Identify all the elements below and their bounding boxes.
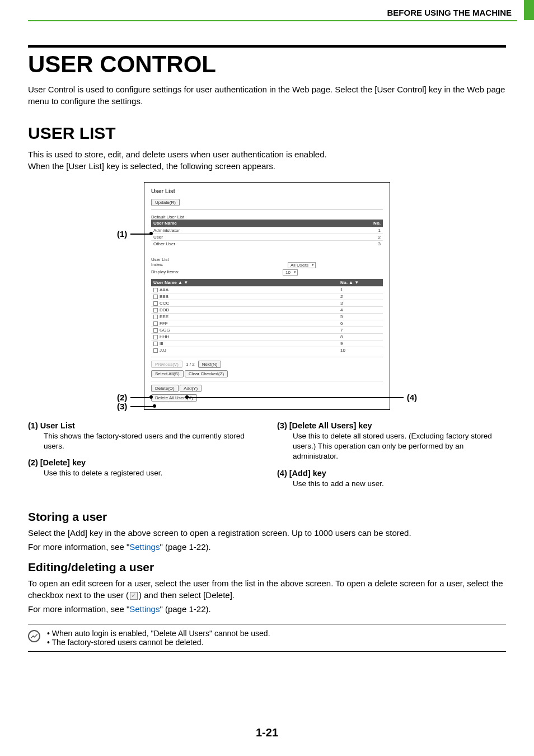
connector-1 xyxy=(130,234,151,235)
next-button[interactable]: Next(N) xyxy=(198,361,222,368)
user-list-label: User List xyxy=(151,257,383,262)
table-row[interactable]: AAA1 xyxy=(151,287,383,293)
col-username: User Name xyxy=(151,220,360,227)
connector-dot-1 xyxy=(149,232,153,235)
table-row[interactable]: BBB2 xyxy=(151,293,383,300)
row-checkbox[interactable] xyxy=(153,328,158,333)
connector-4 xyxy=(185,397,404,398)
table-row[interactable]: FFF6 xyxy=(151,320,383,327)
table-row[interactable]: III9 xyxy=(151,340,383,347)
table-row[interactable]: Administrator1 xyxy=(151,227,383,234)
default-user-table: User Name No. Administrator1 User2 Other… xyxy=(151,220,383,247)
section-intro: This is used to store, edit, and delete … xyxy=(28,148,506,172)
default-list-label: Default User List xyxy=(151,214,383,220)
row-checkbox[interactable] xyxy=(153,342,158,346)
connector-3 xyxy=(130,406,153,407)
editing-body: To open an edit screen for a user, selec… xyxy=(28,577,506,601)
header-accent xyxy=(524,0,534,20)
editing-heading: Editing/deleting a user xyxy=(28,561,506,574)
table-row[interactable]: DDD4 xyxy=(151,307,383,314)
page-number: 1-21 xyxy=(0,726,534,739)
intro-text: User Control is used to configure settin… xyxy=(28,83,506,107)
checkbox-icon xyxy=(130,592,138,600)
display-items-select[interactable]: 10 xyxy=(283,269,298,276)
row-checkbox[interactable] xyxy=(153,295,158,299)
row-checkbox[interactable] xyxy=(153,288,158,292)
table-row[interactable]: JJJ10 xyxy=(151,347,383,354)
table-row[interactable]: User2 xyxy=(151,234,383,241)
desc-item-3: (3) [Delete All Users] key Use this to d… xyxy=(277,421,506,462)
row-checkbox[interactable] xyxy=(153,301,158,306)
note-line-1: • When auto login is enabled, "Delete Al… xyxy=(47,629,270,638)
page-title: USER CONTROL xyxy=(28,51,506,78)
settings-link[interactable]: Settings xyxy=(129,542,160,552)
connector-dot-3 xyxy=(153,404,156,408)
display-items-label: Display Items: xyxy=(151,269,179,276)
callout-2: (2) xyxy=(117,393,127,402)
index-label: Index: xyxy=(151,262,163,268)
editing-body-2: For more information, see "Settings" (pa… xyxy=(28,603,506,615)
row-checkbox[interactable] xyxy=(153,308,158,312)
settings-link[interactable]: Settings xyxy=(129,604,160,614)
note-line-2: • The factory-stored users cannot be del… xyxy=(47,638,270,647)
prev-button[interactable]: Previous(V) xyxy=(151,361,182,368)
row-checkbox[interactable] xyxy=(153,348,158,353)
note-icon xyxy=(28,630,40,642)
header-rule xyxy=(28,20,517,21)
title-rule xyxy=(28,45,506,48)
table-row[interactable]: EEE5 xyxy=(151,314,383,320)
select-all-button[interactable]: Select All(S) xyxy=(151,370,184,377)
callout-4: (4) xyxy=(407,393,417,402)
storing-body-2: For more information, see "Settings" (pa… xyxy=(28,541,506,553)
update-button[interactable]: Update(R) xyxy=(151,199,180,206)
row-checkbox[interactable] xyxy=(153,321,158,326)
connector-2 xyxy=(130,397,149,398)
col-username-sort[interactable]: User Name ▲ ▼ xyxy=(151,279,338,287)
col-no: No. xyxy=(360,220,383,227)
desc-item-2: (2) [Delete] key Use this to delete a re… xyxy=(28,458,257,478)
callout-1: (1) xyxy=(117,229,127,239)
storing-heading: Storing a user xyxy=(28,510,506,524)
delete-button[interactable]: Delete(O) xyxy=(151,385,179,392)
page-indicator: 1 / 2 xyxy=(186,362,195,367)
panel-title: User List xyxy=(151,188,383,194)
clear-checked-button[interactable]: Clear Checked(Z) xyxy=(185,370,228,377)
row-checkbox[interactable] xyxy=(153,315,158,319)
col-no-sort[interactable]: No. ▲ ▼ xyxy=(338,279,383,287)
storing-body: Select the [Add] key in the above screen… xyxy=(28,527,506,539)
desc-item-4: (4) [Add] key Use this to add a new user… xyxy=(277,469,506,489)
user-table: User Name ▲ ▼ No. ▲ ▼ AAA1 BBB2 CCC3 DDD… xyxy=(151,279,383,353)
table-row[interactable]: HHH8 xyxy=(151,334,383,340)
note-box: • When auto login is enabled, "Delete Al… xyxy=(28,624,506,652)
table-row[interactable]: GGG7 xyxy=(151,327,383,334)
callout-3: (3) xyxy=(117,402,127,411)
table-row[interactable]: CCC3 xyxy=(151,300,383,307)
section-title: USER LIST xyxy=(28,124,506,143)
index-select[interactable]: All Users xyxy=(288,262,316,268)
table-row[interactable]: Other User3 xyxy=(151,241,383,248)
breadcrumb: BEFORE USING THE MACHINE xyxy=(387,8,512,17)
desc-item-1: (1) User List This shows the factory-sto… xyxy=(28,421,257,451)
connector-dot-4 xyxy=(185,395,189,399)
add-button[interactable]: Add(Y) xyxy=(180,385,202,392)
row-checkbox[interactable] xyxy=(153,335,158,339)
screenshot-panel: User List Update(R) Default User List Us… xyxy=(144,182,390,410)
connector-dot-2 xyxy=(149,395,153,399)
